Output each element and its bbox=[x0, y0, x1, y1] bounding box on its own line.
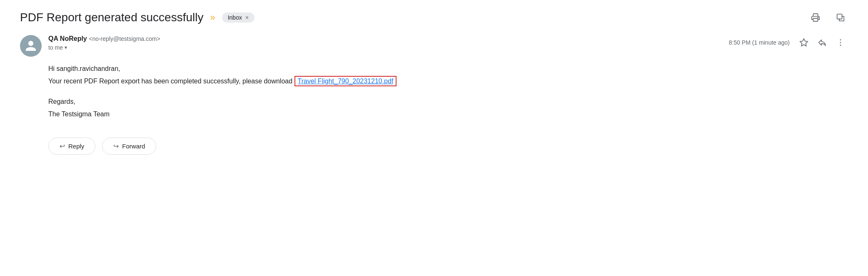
forward-button[interactable]: ↪ Forward bbox=[102, 138, 156, 155]
svg-point-6 bbox=[840, 45, 841, 46]
sender-row: QA NoReply <no-reply@testsigma.com> to m… bbox=[20, 35, 848, 57]
svg-rect-3 bbox=[837, 14, 842, 19]
reply-button[interactable]: ↩ Reply bbox=[48, 138, 95, 155]
svg-rect-1 bbox=[813, 18, 818, 21]
sender-email: <no-reply@testsigma.com> bbox=[89, 35, 160, 42]
print-icon bbox=[811, 13, 820, 22]
more-options-button[interactable] bbox=[833, 35, 848, 50]
svg-point-5 bbox=[840, 42, 841, 43]
sender-left: QA NoReply <no-reply@testsigma.com> to m… bbox=[20, 35, 160, 57]
email-container: PDF Report generated successfully » Inbo… bbox=[0, 0, 868, 165]
email-line1: Your recent PDF Report export has been c… bbox=[48, 76, 848, 87]
regards-line2: The Testsigma Team bbox=[48, 109, 848, 120]
pdf-download-link[interactable]: Travel Flight_790_20231210.pdf bbox=[294, 76, 397, 86]
email-content: Hi sangith.ravichandran, Your recent PDF… bbox=[48, 63, 848, 121]
email-subject: PDF Report generated successfully bbox=[20, 11, 203, 24]
regards-line1: Regards, bbox=[48, 96, 848, 107]
forward-arrow-icon: » bbox=[210, 12, 215, 23]
sender-name: QA NoReply bbox=[48, 35, 87, 42]
star-icon bbox=[799, 38, 808, 47]
email-timestamp: 8:50 PM (1 minute ago) bbox=[729, 39, 790, 46]
inbox-tag-close-icon[interactable]: × bbox=[245, 14, 249, 21]
email-greeting: Hi sangith.ravichandran, bbox=[48, 63, 848, 74]
inbox-tag: Inbox × bbox=[222, 13, 254, 23]
sender-right: 8:50 PM (1 minute ago) bbox=[729, 35, 848, 50]
svg-point-2 bbox=[818, 17, 818, 18]
subject-row: PDF Report generated successfully » Inbo… bbox=[20, 10, 848, 27]
new-window-button[interactable] bbox=[833, 10, 848, 25]
reply-icon bbox=[818, 38, 827, 47]
subject-left: PDF Report generated successfully » Inbo… bbox=[20, 11, 254, 24]
sender-info: QA NoReply <no-reply@testsigma.com> to m… bbox=[48, 35, 160, 51]
forward-arrow-icon: ↪ bbox=[113, 142, 119, 150]
reply-button-label: Reply bbox=[68, 143, 84, 150]
email-regards: Regards, The Testsigma Team bbox=[48, 96, 848, 119]
inbox-tag-label: Inbox bbox=[228, 14, 242, 21]
subject-actions bbox=[808, 10, 848, 25]
action-buttons: ↩ Reply ↪ Forward bbox=[48, 138, 848, 155]
sender-name-row: QA NoReply <no-reply@testsigma.com> bbox=[48, 35, 160, 43]
sender-avatar bbox=[20, 35, 42, 57]
to-me-row[interactable]: to me ▾ bbox=[48, 44, 160, 51]
to-me-label: to me bbox=[48, 44, 63, 51]
star-button[interactable] bbox=[796, 35, 811, 50]
avatar-icon bbox=[25, 40, 37, 52]
email-line1-text: Your recent PDF Report export has been c… bbox=[48, 78, 292, 85]
reply-arrow-icon: ↩ bbox=[60, 142, 65, 150]
svg-rect-0 bbox=[813, 14, 818, 16]
new-window-icon bbox=[836, 13, 845, 22]
more-options-icon bbox=[836, 38, 845, 47]
reply-icon-button[interactable] bbox=[815, 35, 830, 50]
forward-button-label: Forward bbox=[122, 143, 145, 150]
chevron-down-icon: ▾ bbox=[65, 45, 67, 50]
print-button[interactable] bbox=[808, 10, 823, 25]
pdf-link-wrapper: Travel Flight_790_20231210.pdf bbox=[294, 76, 397, 86]
email-body-wrapper: QA NoReply <no-reply@testsigma.com> to m… bbox=[20, 35, 848, 155]
svg-point-4 bbox=[840, 39, 841, 40]
